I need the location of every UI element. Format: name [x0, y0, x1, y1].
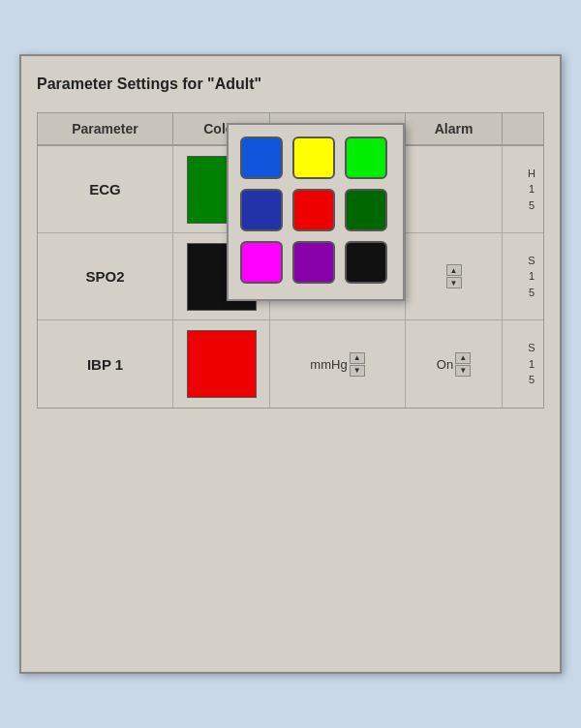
ecg-label: ECG	[89, 181, 121, 197]
header-parameter: Parameter	[38, 113, 173, 144]
ibp1-label: IBP 1	[87, 356, 123, 373]
color-option-yellow[interactable]	[292, 136, 335, 179]
color-option-dark-blue[interactable]	[240, 189, 283, 231]
ibp1-unit-up[interactable]: ▲	[350, 352, 365, 364]
window-title: Parameter Settings for "Adult"	[37, 72, 544, 97]
ibp1-color-swatch[interactable]	[187, 330, 257, 398]
ibp1-unit-down[interactable]: ▼	[350, 365, 365, 377]
table-row: IBP 1 mmHg ▲ ▼ On	[38, 320, 543, 408]
ibp1-alarm-spinner[interactable]: ▲ ▼	[455, 352, 471, 377]
ibp1-alarm-up[interactable]: ▲	[455, 352, 471, 364]
color-option-black[interactable]	[345, 241, 387, 284]
ibp1-alarm-down[interactable]: ▼	[455, 365, 471, 377]
color-option-red[interactable]	[292, 189, 335, 231]
color-option-magenta[interactable]	[240, 241, 283, 284]
spo2-alarm-down[interactable]: ▼	[446, 277, 462, 288]
ibp1-param-cell: IBP 1	[38, 320, 173, 408]
ecg-param-cell: ECG	[38, 146, 173, 232]
color-picker-popup	[227, 123, 405, 301]
ibp1-unit-label: mmHg	[310, 357, 347, 372]
ibp1-right-cell: S15	[503, 320, 544, 408]
color-option-dark-green[interactable]	[345, 189, 387, 231]
spo2-alarm-spinner[interactable]: ▲ ▼	[446, 264, 462, 288]
ibp1-alarm-label: On	[437, 357, 453, 372]
ibp1-color-cell[interactable]	[173, 320, 270, 408]
spo2-label: SPO2	[85, 268, 124, 285]
header-alarm: Alarm	[406, 113, 503, 144]
spo2-param-cell: SPO2	[38, 233, 173, 319]
header-extra	[503, 113, 544, 144]
color-option-bright-green[interactable]	[345, 136, 387, 179]
ecg-right-cell: H15	[503, 146, 544, 232]
ibp1-unit-spinner[interactable]: ▲ ▼	[350, 352, 365, 377]
parameter-table: Parameter Color Unit Alarm ECG	[37, 112, 544, 409]
spo2-right-cell: S15	[503, 233, 544, 319]
color-option-blue[interactable]	[240, 136, 283, 179]
parameter-settings-window: Parameter Settings for "Adult" Parameter…	[19, 54, 562, 674]
ecg-alarm-cell	[406, 146, 503, 232]
color-option-purple[interactable]	[292, 241, 335, 284]
spo2-alarm-cell: ▲ ▼	[406, 233, 503, 319]
spo2-alarm-up[interactable]: ▲	[446, 264, 462, 276]
ibp1-alarm-cell: On ▲ ▼	[406, 320, 503, 408]
ibp1-unit-cell: mmHg ▲ ▼	[270, 320, 406, 408]
